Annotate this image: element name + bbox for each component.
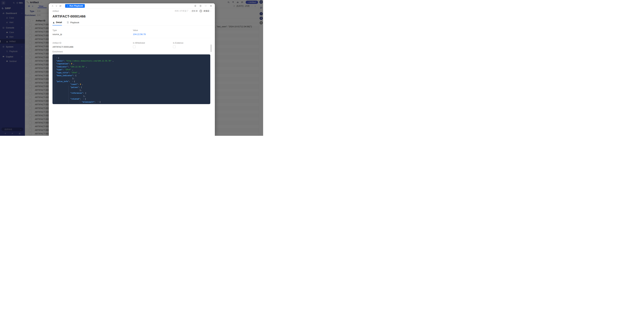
is-evidence-label: Is Evidence bbox=[173, 42, 211, 44]
json-line: "count": 0 , bbox=[54, 83, 210, 86]
knight-icon bbox=[52, 21, 55, 24]
json-line: "pulses": [ bbox=[54, 86, 210, 89]
refresh-icon[interactable] bbox=[59, 5, 62, 7]
run-playbook-button[interactable]: Run Playbook bbox=[65, 4, 85, 8]
close-icon[interactable] bbox=[210, 5, 212, 7]
scrollbar-thumb[interactable] bbox=[211, 45, 212, 52]
is-whitelisted-label: Is Whitelisted bbox=[133, 42, 173, 44]
json-expand-icon[interactable] bbox=[72, 81, 73, 82]
value-link[interactable]: 104.22.56.78 bbox=[133, 33, 211, 36]
play-icon bbox=[67, 5, 68, 7]
tab-playbook[interactable]: Playbook bbox=[66, 21, 79, 25]
json-expand-icon[interactable] bbox=[98, 101, 99, 103]
prev-record-icon[interactable] bbox=[52, 5, 54, 7]
breadcrumb: Artifact bbox=[52, 10, 59, 12]
artifact-title: ARTIFACT-00001466 bbox=[52, 15, 215, 18]
enrichment-json-viewer: {"whois": "http://whois.domaintools.com/… bbox=[52, 54, 210, 104]
json-line: "alienvault": { bbox=[54, 100, 210, 103]
is-evidence-checkbox[interactable] bbox=[173, 46, 176, 48]
more-icon[interactable] bbox=[204, 5, 207, 7]
json-indent-guide bbox=[68, 86, 69, 103]
panel-toggle-icon[interactable] bbox=[199, 5, 202, 7]
favorite-icon[interactable] bbox=[194, 5, 196, 7]
workflow-icon bbox=[66, 21, 69, 24]
json-line: "whois": "http://whois.domaintools.com/1… bbox=[54, 59, 210, 62]
user-icon bbox=[200, 10, 202, 12]
json-line: "type": "IPv4" , bbox=[54, 68, 210, 71]
artifact-detail-modal: Run Playbook Artifact 刚刚 API更新了 | 拥有者: 未… bbox=[49, 3, 215, 136]
value-label: Value bbox=[133, 29, 211, 32]
owner-select[interactable]: 未指定 bbox=[204, 10, 212, 13]
updated-status: 刚刚 API更新了 bbox=[175, 10, 189, 13]
json-lines: {"whois": "http://whois.domaintools.com/… bbox=[54, 56, 210, 103]
json-line: { bbox=[54, 56, 210, 59]
json-expand-icon[interactable] bbox=[56, 57, 57, 59]
json-line: "pulse_info": { bbox=[54, 80, 210, 83]
json-indent-guide bbox=[54, 62, 54, 103]
json-line: ], bbox=[54, 89, 210, 91]
json-line: "references": [ bbox=[54, 92, 210, 94]
artifact-id-label: Artifact ID bbox=[52, 42, 133, 44]
enrichment-label: Enrichment bbox=[52, 51, 211, 53]
json-line: "related": { bbox=[54, 97, 210, 100]
json-line: "type_title": "IPv4" , bbox=[54, 71, 210, 74]
is-whitelisted-checkbox[interactable] bbox=[133, 46, 136, 48]
json-line: "indicator": "104.22.56.78" , bbox=[54, 65, 210, 68]
owner-label: 拥有者: bbox=[192, 10, 198, 13]
artifact-id-value: ARTIFACT-00001466 bbox=[52, 46, 133, 48]
json-line: }, bbox=[54, 77, 210, 80]
json-expand-icon[interactable] bbox=[83, 98, 84, 100]
type-label: Type bbox=[52, 29, 133, 32]
json-line: "reputation": 0 , bbox=[54, 62, 210, 65]
tab-detail[interactable]: Detail bbox=[52, 21, 62, 26]
caret-down-icon bbox=[210, 11, 212, 12]
type-value: source_ip bbox=[52, 33, 133, 36]
next-record-icon[interactable] bbox=[55, 5, 58, 7]
json-line: ], bbox=[54, 94, 210, 97]
json-line: "base_indicator": { bbox=[54, 74, 210, 77]
owner-avatar bbox=[199, 10, 202, 13]
